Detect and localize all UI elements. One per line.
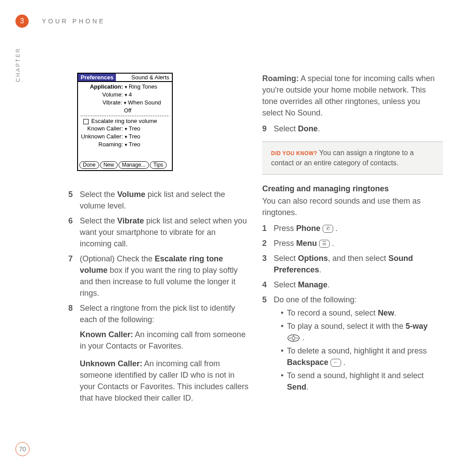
right-column: Roaming: A special tone for incoming cal… (262, 73, 443, 413)
step-text: (Optional) Check the Escalate ring tone … (80, 253, 249, 299)
value: Treo (125, 133, 140, 141)
step-text: Select the Vibrate pick list and select … (80, 215, 249, 249)
step-6: 6 Select the Vibrate pick list and selec… (68, 215, 249, 249)
left-steps: 5 Select the Volume pick list and select… (68, 189, 249, 410)
roaming-def: Roaming: A special tone for incoming cal… (262, 73, 443, 119)
sub-bullets: To record a sound, select New. To play a… (274, 307, 443, 393)
bullet-send: To send a sound, highlight it and select… (281, 370, 443, 393)
step-text: Press Menu ☰ . (274, 238, 443, 249)
pref-row-volume: Volume: 4 (81, 91, 169, 99)
label: Volume: (81, 91, 125, 99)
step-text: Do one of the following: To record a sou… (274, 294, 443, 394)
pref-btn-done: Done (79, 161, 99, 169)
pref-row-vibrate: Vibrate: When Sound Off (81, 99, 169, 115)
pref-header: Preferences Sound & Alerts (78, 74, 172, 82)
pref-escalate-checkbox: Escalate ring tone volume (81, 117, 169, 125)
pref-btn-manage: Manage... (119, 161, 149, 169)
step-1: 1 Press Phone ✆ . (262, 223, 443, 234)
page-number: 70 (15, 442, 30, 456)
label: Vibrate: (81, 99, 124, 115)
step-text: Select Options, and then select Sound Pr… (274, 253, 443, 275)
did-you-know-callout: DID YOU KNOW? You can assign a ringtone … (262, 141, 443, 175)
known-caller-def: Known Caller: An incoming call from some… (80, 329, 249, 352)
bullet-delete: To delete a sound, highlight it and pres… (281, 345, 443, 368)
step-number: 5 (68, 189, 80, 212)
step-text: Select a ringtone from the pick list to … (80, 302, 249, 410)
step-number: 4 (262, 279, 274, 290)
pref-row-unknown: Unknown Caller: Treo (81, 133, 169, 141)
pref-title: Preferences (78, 74, 116, 81)
unknown-caller-def: Unknown Caller: An incoming call from so… (80, 358, 249, 404)
backspace-icon: ← (331, 359, 341, 367)
chapter-number: 3 (20, 17, 24, 25)
label: Known Caller: (81, 125, 125, 133)
chapter-label: CHAPTER (15, 48, 21, 82)
step-7: 7 (Optional) Check the Escalate ring ton… (68, 253, 249, 299)
step-number: 8 (68, 302, 80, 410)
pref-row-roaming: Roaming: Treo (81, 141, 169, 149)
step-text: Select the Volume pick list and select t… (80, 189, 249, 212)
menu-icon: ☰ (319, 240, 330, 248)
five-way-icon (287, 334, 300, 342)
bullet-play: To play a sound, select it with the 5-wa… (281, 320, 443, 343)
section-title: YOUR PHONE (42, 18, 105, 25)
step-3: 3 Select Options, and then select Sound … (262, 253, 443, 275)
label: Application: (81, 83, 125, 91)
step-4: 4 Select Manage. (262, 279, 443, 290)
step-2: 2 Press Menu ☰ . (262, 238, 443, 249)
phone-icon: ✆ (323, 225, 333, 233)
step-number: 5 (262, 294, 274, 394)
value: Treo (125, 125, 140, 133)
step-8: 8 Select a ringtone from the pick list t… (68, 302, 249, 410)
pref-buttons: Done New Manage... Tips (78, 160, 172, 170)
step-number: 7 (68, 253, 80, 299)
step-text: Select Manage. (274, 279, 443, 290)
step-9: 9 Select Done. (262, 123, 443, 134)
chapter-badge: 3 (15, 15, 29, 28)
step-number: 9 (262, 123, 274, 134)
subheading: Creating and managing ringtones (262, 184, 443, 193)
value: Ring Tones (125, 83, 157, 91)
page-columns: Preferences Sound & Alerts Application: … (68, 73, 443, 413)
value: When Sound Off (124, 99, 169, 115)
callout-lead: DID YOU KNOW? (271, 150, 317, 156)
value: 4 (125, 91, 132, 99)
bullet-record: To record a sound, select New. (281, 307, 443, 319)
step-number: 2 (262, 238, 274, 249)
step-text: Select Done. (274, 123, 443, 134)
step-text: Press Phone ✆ . (274, 223, 443, 234)
step-number: 6 (68, 215, 80, 249)
pref-btn-tips: Tips (150, 161, 167, 169)
step-5b: 5 Do one of the following: To record a s… (262, 294, 443, 394)
step-5: 5 Select the Volume pick list and select… (68, 189, 249, 212)
svg-point-1 (292, 337, 295, 340)
pref-body: Application: Ring Tones Volume: 4 Vibrat… (78, 82, 172, 160)
step-number: 1 (262, 223, 274, 234)
left-column: Preferences Sound & Alerts Application: … (68, 73, 249, 413)
step-number: 3 (262, 253, 274, 275)
step-9-list: 9 Select Done. (262, 123, 443, 134)
intro-text: You can also record sounds and use them … (262, 195, 443, 218)
label: Unknown Caller: (81, 133, 125, 141)
pref-btn-new: New (100, 161, 118, 169)
label: Roaming: (81, 141, 125, 149)
pref-row-known: Known Caller: Treo (81, 125, 169, 133)
value: Treo (125, 141, 140, 149)
preferences-screenshot: Preferences Sound & Alerts Application: … (77, 73, 173, 171)
right-steps: 1 Press Phone ✆ . 2 Press Menu ☰ . 3 Sel… (262, 223, 443, 394)
separator (81, 115, 169, 116)
pref-category: Sound & Alerts (116, 74, 172, 81)
pref-row-application: Application: Ring Tones (81, 83, 169, 91)
